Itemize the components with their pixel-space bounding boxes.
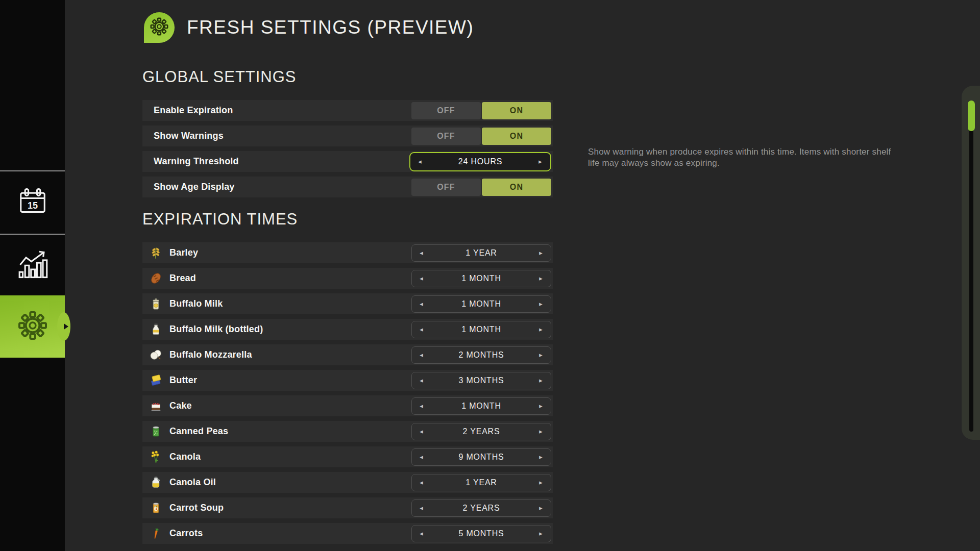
item-label: Butter bbox=[169, 375, 197, 386]
svg-text:15: 15 bbox=[27, 201, 37, 211]
toggle-off-button[interactable]: OFF bbox=[411, 102, 481, 119]
value-spinner[interactable]: ◂3 MONTHS▸ bbox=[411, 372, 551, 389]
item-label: Canned Peas bbox=[169, 426, 228, 437]
spinner-left-arrow-icon[interactable]: ◂ bbox=[418, 377, 425, 384]
carrot-soup-icon bbox=[148, 500, 163, 516]
spinner-value: 2 YEARS bbox=[425, 427, 537, 436]
sidebar-item-statistics[interactable] bbox=[0, 235, 65, 297]
bread-icon bbox=[148, 271, 163, 286]
item-row: Buffalo Milk◂1 MONTH▸ bbox=[142, 293, 553, 314]
active-tab-arrow-icon bbox=[64, 323, 68, 330]
item-row: Bread◂1 MONTH▸ bbox=[142, 268, 553, 289]
sidebar-item-settings[interactable] bbox=[0, 295, 65, 358]
scrollbar-track[interactable] bbox=[969, 101, 973, 432]
global-settings-heading: GLOBAL SETTINGS bbox=[142, 68, 297, 86]
item-row: Canola◂9 MONTHS▸ bbox=[142, 446, 553, 467]
spinner-right-arrow-icon[interactable]: ▸ bbox=[537, 325, 545, 333]
item-row: Cake◂1 MONTH▸ bbox=[142, 395, 553, 416]
value-spinner[interactable]: ◂24 HOURS▸ bbox=[409, 152, 551, 171]
toggle-group: OFFON bbox=[411, 102, 551, 119]
toggle-off-button[interactable]: OFF bbox=[411, 179, 481, 196]
spinner-right-arrow-icon[interactable]: ▸ bbox=[537, 300, 545, 308]
help-text: Show warning when produce expires within… bbox=[588, 146, 894, 169]
spinner-right-arrow-icon[interactable]: ▸ bbox=[537, 428, 545, 435]
scrollbar-thumb[interactable] bbox=[968, 101, 975, 131]
barley-icon bbox=[148, 245, 163, 261]
settings-row: Warning Threshold◂24 HOURS▸ bbox=[142, 151, 553, 172]
item-row: Canned Peas◂2 YEARS▸ bbox=[142, 421, 553, 442]
spinner-left-arrow-icon[interactable]: ◂ bbox=[418, 530, 425, 537]
spinner-left-arrow-icon[interactable]: ◂ bbox=[418, 325, 425, 333]
spinner-right-arrow-icon[interactable]: ▸ bbox=[537, 530, 545, 537]
item-row: Buffalo Mozzarella◂2 MONTHS▸ bbox=[142, 344, 553, 365]
spinner-left-arrow-icon[interactable]: ◂ bbox=[418, 428, 425, 435]
spinner-left-arrow-icon[interactable]: ◂ bbox=[418, 402, 425, 410]
item-row: Butter◂3 MONTHS▸ bbox=[142, 370, 553, 391]
item-label: Canola Oil bbox=[169, 477, 216, 488]
canola-icon bbox=[148, 449, 163, 465]
canola-oil-icon bbox=[148, 475, 163, 490]
item-row: Barley◂1 YEAR▸ bbox=[142, 242, 553, 263]
milk-can-icon bbox=[148, 296, 163, 312]
spinner-right-arrow-icon[interactable]: ▸ bbox=[537, 504, 545, 512]
spinner-left-arrow-icon[interactable]: ◂ bbox=[418, 300, 425, 308]
spinner-value: 1 MONTH bbox=[425, 274, 537, 283]
spinner-left-arrow-icon[interactable]: ◂ bbox=[416, 158, 424, 165]
row-label: Enable Expiration bbox=[154, 105, 233, 116]
spinner-right-arrow-icon[interactable]: ▸ bbox=[537, 274, 545, 282]
item-label: Bread bbox=[169, 273, 196, 284]
spinner-left-arrow-icon[interactable]: ◂ bbox=[418, 504, 425, 512]
fresh-settings-page: 15 FRESH SETTINGS (PREVIEW) GLOBAL SETTI… bbox=[0, 0, 980, 551]
canned-peas-icon bbox=[148, 424, 163, 439]
chart-icon bbox=[17, 249, 48, 283]
spinner-right-arrow-icon[interactable]: ▸ bbox=[537, 351, 545, 359]
sidebar-item-calendar[interactable]: 15 bbox=[0, 171, 65, 234]
butter-icon bbox=[148, 373, 163, 388]
spinner-value: 24 HOURS bbox=[424, 157, 537, 166]
spinner-right-arrow-icon[interactable]: ▸ bbox=[537, 249, 545, 257]
settings-row: Enable ExpirationOFFON bbox=[142, 100, 553, 121]
value-spinner[interactable]: ◂2 YEARS▸ bbox=[411, 423, 551, 440]
value-spinner[interactable]: ◂2 YEARS▸ bbox=[411, 499, 551, 517]
sidebar: 15 bbox=[0, 0, 65, 551]
item-row: Carrot Soup◂2 YEARS▸ bbox=[142, 497, 553, 518]
cake-icon bbox=[148, 398, 163, 414]
value-spinner[interactable]: ◂1 MONTH▸ bbox=[411, 270, 551, 287]
toggle-group: OFFON bbox=[411, 179, 551, 196]
toggle-on-button[interactable]: ON bbox=[482, 128, 551, 145]
spinner-left-arrow-icon[interactable]: ◂ bbox=[418, 351, 425, 359]
value-spinner[interactable]: ◂2 MONTHS▸ bbox=[411, 346, 551, 364]
row-label: Show Age Display bbox=[154, 182, 235, 192]
spinner-value: 1 YEAR bbox=[425, 478, 537, 487]
spinner-right-arrow-icon[interactable]: ▸ bbox=[537, 453, 545, 461]
toggle-off-button[interactable]: OFF bbox=[411, 128, 481, 145]
item-label: Buffalo Mozzarella bbox=[169, 349, 252, 360]
gear-icon bbox=[16, 309, 49, 344]
value-spinner[interactable]: ◂1 MONTH▸ bbox=[411, 321, 551, 338]
spinner-right-arrow-icon[interactable]: ▸ bbox=[537, 377, 545, 384]
toggle-on-button[interactable]: ON bbox=[482, 179, 551, 196]
value-spinner[interactable]: ◂1 MONTH▸ bbox=[411, 295, 551, 313]
item-label: Barley bbox=[169, 247, 198, 258]
item-label: Buffalo Milk (bottled) bbox=[169, 324, 263, 335]
gear-icon bbox=[149, 16, 169, 39]
carrots-icon bbox=[148, 526, 163, 541]
spinner-left-arrow-icon[interactable]: ◂ bbox=[418, 249, 425, 257]
spinner-value: 5 MONTHS bbox=[425, 529, 537, 538]
spinner-right-arrow-icon[interactable]: ▸ bbox=[537, 158, 544, 165]
spinner-right-arrow-icon[interactable]: ▸ bbox=[537, 402, 545, 410]
spinner-left-arrow-icon[interactable]: ◂ bbox=[418, 274, 425, 282]
toggle-on-button[interactable]: ON bbox=[482, 102, 551, 119]
spinner-value: 1 MONTH bbox=[425, 402, 537, 411]
value-spinner[interactable]: ◂5 MONTHS▸ bbox=[411, 525, 551, 542]
spinner-value: 2 MONTHS bbox=[425, 350, 537, 360]
spinner-left-arrow-icon[interactable]: ◂ bbox=[418, 453, 425, 461]
value-spinner[interactable]: ◂1 YEAR▸ bbox=[411, 474, 551, 491]
app-icon bbox=[144, 12, 175, 43]
spinner-right-arrow-icon[interactable]: ▸ bbox=[537, 479, 545, 486]
value-spinner[interactable]: ◂1 YEAR▸ bbox=[411, 244, 551, 262]
value-spinner[interactable]: ◂1 MONTH▸ bbox=[411, 397, 551, 415]
value-spinner[interactable]: ◂9 MONTHS▸ bbox=[411, 448, 551, 466]
spinner-left-arrow-icon[interactable]: ◂ bbox=[418, 479, 425, 486]
spinner-value: 1 MONTH bbox=[425, 299, 537, 309]
